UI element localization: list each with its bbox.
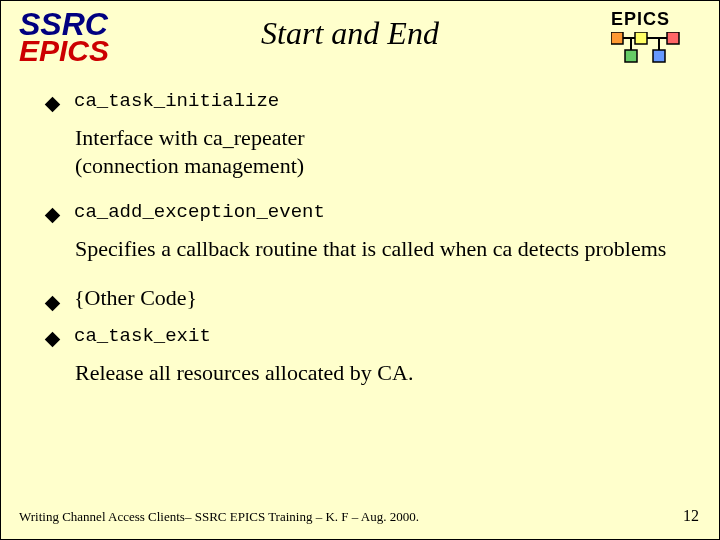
bullet-item: ca_task_exit xyxy=(47,325,699,347)
slide-body: ca_task_initialize Interface with ca_rep… xyxy=(19,90,699,386)
footer-text: Writing Channel Access Clients– SSRC EPI… xyxy=(19,509,419,525)
bullet-description: Interface with ca_repeater (connection m… xyxy=(75,124,699,179)
epics-label: EPICS xyxy=(611,9,699,30)
svg-rect-4 xyxy=(635,32,647,44)
svg-rect-5 xyxy=(625,50,637,62)
slide-footer: Writing Channel Access Clients– SSRC EPI… xyxy=(19,507,699,525)
svg-rect-6 xyxy=(653,50,665,62)
desc-line: (connection management) xyxy=(75,153,304,178)
bullet-description: Specifies a callback routine that is cal… xyxy=(75,235,699,263)
svg-rect-7 xyxy=(667,32,679,44)
bullet-code: ca_add_exception_event xyxy=(74,201,325,223)
bullet-icon xyxy=(45,295,61,311)
bullet-text: {Other Code} xyxy=(74,285,197,311)
page-number: 12 xyxy=(683,507,699,525)
bullet-icon xyxy=(45,97,61,113)
bullet-description: Release all resources allocated by CA. xyxy=(75,359,699,387)
bullet-icon xyxy=(45,208,61,224)
epics-logo: EPICS xyxy=(611,9,699,66)
epics-squares-icon xyxy=(611,32,683,66)
bullet-icon xyxy=(45,331,61,347)
bullet-code: ca_task_initialize xyxy=(74,90,279,112)
bullet-item: ca_task_initialize xyxy=(47,90,699,112)
slide-title: Start and End xyxy=(89,15,611,52)
bullet-item: {Other Code} xyxy=(47,285,699,311)
svg-rect-3 xyxy=(611,32,623,44)
bullet-code: ca_task_exit xyxy=(74,325,211,347)
slide: SSRC EPICS Start and End EPICS ca_task_i… xyxy=(0,0,720,540)
bullet-item: ca_add_exception_event xyxy=(47,201,699,223)
desc-line: Interface with ca_repeater xyxy=(75,125,305,150)
slide-header: SSRC EPICS Start and End EPICS xyxy=(19,9,699,66)
